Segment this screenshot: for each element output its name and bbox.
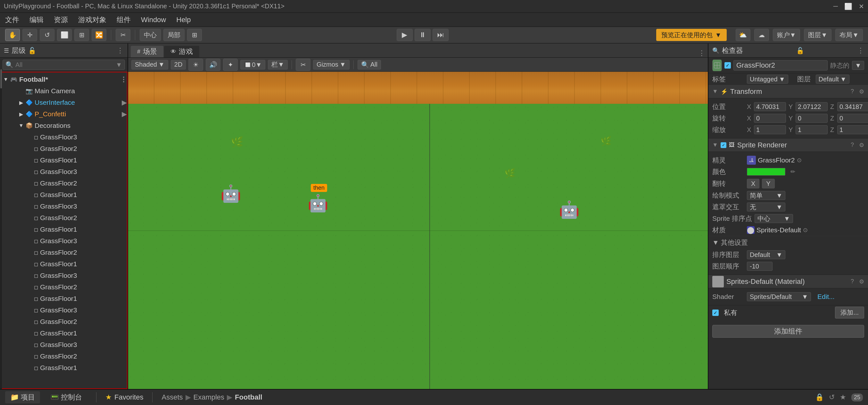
sprite-edit-icon[interactable]: ⊙ [797,157,802,164]
scene-fx-btn[interactable]: ✦ [223,59,238,71]
tree-item-grassfloor3-6[interactable]: ◻ GrassFloor3 [1,304,127,316]
material-section-header[interactable]: Sprites-Default (Material) ? ⚙ [708,275,868,288]
tree-item-grassfloor1-4[interactable]: ◻ GrassFloor1 [1,258,127,270]
account-dropdown[interactable]: 账户▼ [773,29,800,41]
sorting-layer-dropdown[interactable]: Default▼ [747,250,785,259]
tree-item-grassfloor3-5[interactable]: ◻ GrassFloor3 [1,270,127,281]
material-edit-icon[interactable]: ⊙ [803,226,808,233]
breadcrumb-football[interactable]: Football [235,393,262,402]
sprite-renderer-help[interactable]: ? [851,142,854,148]
hierarchy-options[interactable]: ⋮ [117,46,124,55]
tree-item-grassfloor1-2[interactable]: ◻ GrassFloor1 [1,189,127,200]
filter-icon[interactable]: ▼ [116,61,122,69]
sort-point-dropdown[interactable]: 中心▼ [754,214,793,223]
scene-tab[interactable]: # 场景 [131,46,163,57]
rot-x-input[interactable] [754,114,786,123]
scene-scissors[interactable]: ✂ [296,59,310,71]
tool-move[interactable]: ✛ [23,29,37,41]
menu-component[interactable]: 组件 [117,15,131,25]
tree-item-grassfloor1-1[interactable]: ◻ GrassFloor1 [1,154,127,166]
static-dropdown[interactable]: ▼ [852,61,864,70]
flip-x-btn[interactable]: X [747,179,760,188]
resolution-dropdown[interactable]: 🔲0▼ [240,60,265,69]
tree-item-football[interactable]: ▼ 🎮 Football* ⋮ [1,74,127,85]
sprite-renderer-header[interactable]: ▼ ✓ 🖼 Sprite Renderer ? ⚙ [708,138,868,152]
edit-shader-btn[interactable]: Edit... [817,293,835,301]
tree-item-grassfloor2-1[interactable]: ◻ GrassFloor2 [1,143,127,154]
scene-light-btn[interactable]: ☀ [188,59,203,71]
scroll-thumb[interactable] [0,69,2,88]
scale-z-input[interactable] [837,125,868,134]
transform-settings[interactable]: ⚙ [859,88,864,95]
menu-help[interactable]: Help [176,16,191,24]
tree-item-grassfloor2-3[interactable]: ◻ GrassFloor2 [1,212,127,224]
tree-item-grassfloor2-4[interactable]: ◻ GrassFloor2 [1,247,127,258]
tool-scale[interactable]: ⬜ [57,29,72,41]
menu-window[interactable]: Window [141,16,166,24]
object-name-input[interactable] [734,60,828,70]
inspector-lock[interactable]: 🔓 [796,47,804,55]
tree-item-grassfloor2-7[interactable]: ◻ GrassFloor2 [1,350,127,362]
tree-item-grassfloor2-2[interactable]: ◻ GrassFloor2 [1,178,127,189]
tool-transform[interactable]: 🔀 [92,29,106,41]
color-swatch[interactable] [747,168,785,176]
console-tab[interactable]: 📟 控制台 [45,391,87,403]
transform-help[interactable]: ? [851,88,854,95]
menu-gameobject[interactable]: 游戏对象 [78,15,106,25]
grid-tool[interactable]: ⊞ [187,29,202,41]
rot-z-input[interactable] [837,114,868,123]
next-frame-button[interactable]: ⏭ [433,29,448,41]
tree-item-grassfloor3-4[interactable]: ◻ GrassFloor3 [1,235,127,247]
bottom-star-icon[interactable]: ★ [840,393,846,402]
pos-y-input[interactable] [796,102,828,111]
tree-item-grassfloor3-2[interactable]: ◻ GrassFloor3 [1,166,127,178]
maximize-btn[interactable]: ⬜ [844,3,852,10]
sprite-renderer-checkbox[interactable]: ✓ [721,142,726,148]
private-checkbox[interactable]: ✓ [712,310,719,316]
tool-rotate[interactable]: ↺ [40,29,55,41]
order-in-layer-input[interactable] [747,262,773,271]
object-active-checkbox[interactable]: ✓ [724,62,731,69]
tree-item-grassfloor2-6[interactable]: ◻ GrassFloor2 [1,316,127,328]
hierarchy-lock[interactable]: 🔓 [28,47,36,55]
tree-item-decorations[interactable]: ▼ 📦 Decorations [1,120,127,131]
breadcrumb-examples[interactable]: Examples [193,393,225,402]
menu-edit[interactable]: 编辑 [29,15,43,25]
layout-dropdown[interactable]: 布局▼ [835,29,863,41]
football-options[interactable]: ⋮ [120,75,127,83]
local-toggle[interactable]: 局部 [163,29,185,41]
pos-z-input[interactable] [837,102,868,111]
tool-custom[interactable]: ✂ [116,29,130,41]
collab-icon[interactable]: ⛅ [736,29,750,41]
tree-item-grassfloor1-7[interactable]: ◻ GrassFloor1 [1,362,127,374]
shaded-dropdown[interactable]: Shaded▼ [131,60,168,69]
tree-item-user-interface[interactable]: ▶ 🔷 UserInterface ▶ [1,97,127,108]
set-icon-button[interactable] [712,61,722,70]
tree-item-grassfloor1-6[interactable]: ◻ GrassFloor1 [1,328,127,339]
tree-item-grassfloor1-3[interactable]: ◻ GrassFloor1 [1,224,127,235]
project-tab[interactable]: 📁 项目 [5,391,40,403]
center-toggle[interactable]: 中心 [140,29,161,41]
color-edit-icon[interactable]: ✏ [790,168,795,175]
gizmos-dropdown[interactable]: Gizmos▼ [313,60,349,69]
draw-mode-dropdown[interactable]: 简单▼ [747,191,785,200]
tool-hand[interactable]: ✋ [5,29,20,41]
sprite-renderer-settings[interactable]: ⚙ [859,142,864,149]
pause-button[interactable]: ⏸ [414,29,431,41]
tree-item-grassfloor3-7[interactable]: ◻ GrassFloor3 [1,339,127,350]
stats-dropdown[interactable]: 栏▼ [268,60,288,69]
bottom-lock-icon[interactable]: 🔒 [815,393,824,402]
scene-panel-options[interactable]: ⋮ [698,49,705,57]
menu-assets[interactable]: 资源 [54,15,68,25]
2d-toggle[interactable]: 2D [171,60,186,69]
tree-item-grassfloor2-5[interactable]: ◻ GrassFloor2 [1,281,127,293]
cloud-icon[interactable]: ☁ [754,29,769,41]
tree-item-grassfloor3-3[interactable]: ◻ GrassFloor3 [1,200,127,212]
menu-file[interactable]: 文件 [5,15,19,25]
pos-x-input[interactable] [754,102,786,111]
close-btn[interactable]: ✕ [859,3,864,10]
layer-dropdown[interactable]: Default▼ [816,75,849,84]
tag-dropdown[interactable]: Untagged▼ [747,75,788,84]
tool-rect[interactable]: ⊞ [74,29,89,41]
add-component-button[interactable]: 添加组件 [712,325,864,338]
